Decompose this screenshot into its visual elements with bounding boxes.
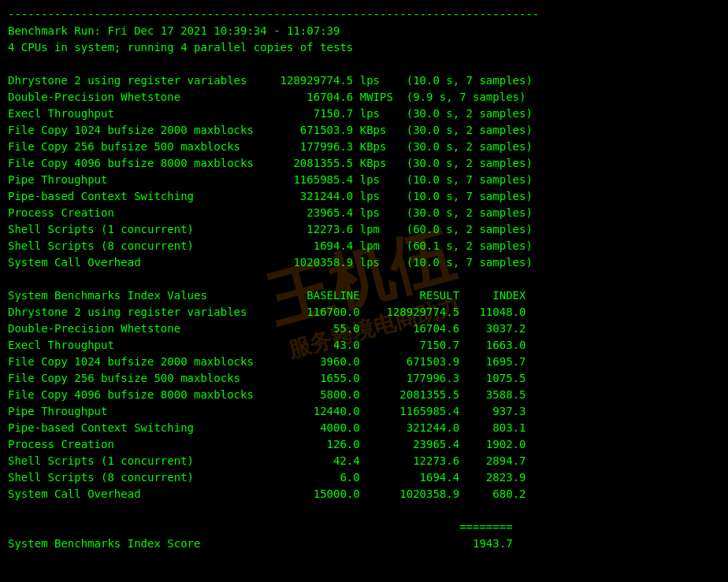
terminal-text: ----------------------------------------… [8,6,720,552]
terminal-output: ----------------------------------------… [8,6,720,552]
